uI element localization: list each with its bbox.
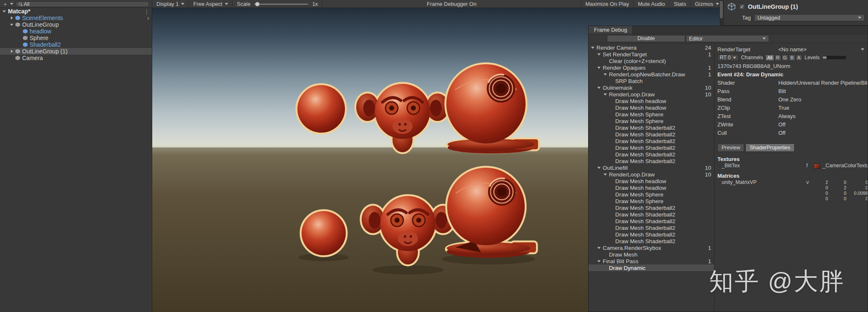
tab-preview[interactable]: Preview (717, 143, 744, 152)
frame-event-row[interactable]: Draw Mesh Shaderball2 (589, 138, 714, 144)
frame-event-row[interactable]: Draw Mesh Sphere (589, 198, 714, 204)
frame-event-row[interactable]: Render Camera24 (589, 44, 714, 51)
hierarchy-item[interactable]: OutLineGroup (1) (0, 48, 152, 55)
frame-event-row[interactable]: Draw Mesh Shaderball2 (589, 158, 714, 164)
frame-event-row[interactable]: Draw Mesh (589, 251, 714, 258)
frame-event-row[interactable]: Draw Mesh Shaderball2 (589, 204, 714, 211)
buffer-info-row: 1370x743 R8G8B8A8_UNorm (715, 62, 868, 70)
foldout-down-icon[interactable] (590, 44, 596, 51)
frame-event-row[interactable]: OutLinefill10 (589, 164, 714, 171)
frame-event-row[interactable]: Draw Mesh headlow (589, 104, 714, 111)
frame-event-row[interactable]: Final Blit Pass1 (589, 258, 714, 264)
channel-buttons: AllRGBA (765, 55, 802, 61)
frame-event-row[interactable]: Render Opaques1 (589, 64, 714, 71)
frame-event-row[interactable]: Camera.RenderSkybox1 (589, 244, 714, 251)
frame-event-row[interactable]: Draw Mesh Shaderball2 (589, 238, 714, 244)
kebab-menu-icon[interactable]: ⋮ (144, 8, 149, 15)
scrollbar-thumb[interactable] (720, 1, 723, 18)
foldout-spacer (609, 151, 615, 158)
frame-event-row[interactable]: Draw Mesh Shaderball2 (589, 144, 714, 151)
frame-event-row[interactable]: Draw Mesh Shaderball2 (589, 211, 714, 218)
foldout-right-icon[interactable] (9, 48, 15, 55)
hierarchy-item[interactable]: SceneElements› (0, 15, 152, 21)
frame-event-row[interactable]: Draw Mesh Shaderball2 (589, 224, 714, 231)
hierarchy-item[interactable]: OutLineGroup (0, 21, 152, 28)
foldout-down-icon[interactable] (596, 258, 603, 264)
foldout-down-icon[interactable] (603, 71, 609, 78)
inspector-scrollbar[interactable] (720, 0, 723, 25)
prefab-open-chevron-icon[interactable]: › (147, 15, 149, 20)
frame-debugger-toggle[interactable]: Frame Debugger On (423, 0, 481, 8)
frame-event-row[interactable]: Draw Mesh headlow (589, 184, 714, 191)
channel-button-all[interactable]: All (765, 55, 774, 61)
channel-button-r[interactable]: R (775, 55, 781, 61)
channel-button-b[interactable]: B (789, 55, 795, 61)
frame-event-row[interactable]: Draw Mesh Sphere (589, 111, 714, 118)
foldout-down-icon[interactable] (596, 84, 603, 91)
foldout-down-icon[interactable] (596, 164, 603, 171)
frame-event-row[interactable]: RenderLoop.Draw10 (589, 171, 714, 178)
mute-audio-button[interactable]: Mute Audio (633, 0, 669, 8)
mute-audio-label: Mute Audio (638, 1, 665, 7)
tab-shaderproperties[interactable]: ShaderProperties (745, 143, 794, 152)
frame-event-row[interactable]: Clear (color+Z+stencil) (589, 58, 714, 64)
foldout-spacer (609, 231, 615, 238)
frame-event-row[interactable]: Draw Mesh Sphere (589, 191, 714, 198)
frame-debug-titlebar[interactable]: Frame Debug (589, 26, 868, 34)
active-checkbox[interactable]: ✓ (739, 4, 745, 10)
rt-dropdown-label: RT 0 (720, 55, 731, 60)
frame-event-row[interactable]: Draw Mesh Shaderball2 (589, 124, 714, 131)
frame-event-row[interactable]: Draw Dynamic (589, 264, 714, 271)
hierarchy-item[interactable]: Shaderball2 (0, 41, 152, 48)
chevron-down-icon[interactable] (861, 48, 864, 50)
levels-label: Levels (805, 55, 820, 60)
hierarchy-item-label: Camera (22, 55, 43, 61)
channel-button-a[interactable]: A (796, 55, 802, 61)
foldout-down-icon[interactable] (596, 64, 603, 71)
frame-event-row[interactable]: Draw Mesh headlow (589, 98, 714, 104)
foldout-down-icon[interactable] (603, 91, 609, 98)
frame-event-row[interactable]: Draw Mesh headlow (589, 178, 714, 184)
property-row: PassBlit (715, 87, 868, 95)
hierarchy-item[interactable]: Matcap*⋮ (0, 8, 152, 15)
frame-event-label: Draw Mesh headlow (615, 98, 666, 104)
frame-event-row[interactable]: Set RenderTarget1 (589, 51, 714, 58)
hierarchy-item[interactable]: Sphere (0, 35, 152, 41)
rt-dropdown[interactable]: RT 0 (717, 54, 739, 61)
foldout-spacer (609, 178, 615, 184)
hierarchy-item[interactable]: headlow (0, 28, 152, 35)
aspect-dropdown[interactable]: Free Aspect (189, 0, 232, 8)
frame-event-row[interactable]: Draw Mesh Shaderball2 (589, 131, 714, 138)
stats-button[interactable]: Stats (669, 0, 690, 8)
create-plus-icon[interactable]: ＋ (3, 1, 8, 7)
scale-slider[interactable] (254, 4, 308, 5)
frame-event-row[interactable]: Oulinemask10 (589, 84, 714, 91)
frame-debug-tab[interactable]: Frame Debug (589, 26, 633, 34)
levels-slider[interactable] (822, 56, 846, 59)
frame-event-row[interactable]: RenderLoop.Draw10 (589, 91, 714, 98)
frame-event-row[interactable]: Draw Mesh Shaderball2 (589, 231, 714, 238)
foldout-down-icon[interactable] (596, 51, 603, 58)
maximize-on-play-button[interactable]: Maximize On Play (581, 0, 634, 8)
frame-event-row[interactable]: Draw Mesh Sphere (589, 118, 714, 124)
levels-slider-knob[interactable] (823, 56, 827, 59)
frame-event-row[interactable]: Draw Mesh Shaderball2 (589, 151, 714, 158)
frame-event-row[interactable]: RenderLoopNewBatcher.Draw1 (589, 71, 714, 78)
foldout-down-icon[interactable] (2, 8, 8, 15)
display-dropdown[interactable]: Display 1 (152, 0, 189, 8)
disable-button[interactable]: Disable (607, 35, 685, 42)
editor-dropdown[interactable]: Editor (686, 35, 769, 42)
tag-dropdown[interactable]: Untagged (754, 14, 865, 21)
hierarchy-item[interactable]: Camera (0, 55, 152, 61)
hierarchy-search-input[interactable]: All (15, 1, 149, 7)
channel-button-g[interactable]: G (782, 55, 789, 61)
frame-event-row[interactable]: Draw Mesh Shaderball2 (589, 218, 714, 224)
foldout-right-icon[interactable] (9, 15, 15, 21)
scale-slider-knob[interactable] (255, 2, 259, 6)
create-caret-icon[interactable] (10, 3, 13, 5)
foldout-down-icon[interactable] (596, 244, 603, 251)
foldout-down-icon[interactable] (9, 21, 15, 28)
frame-event-row[interactable]: SRP Batch (589, 78, 714, 84)
foldout-down-icon[interactable] (603, 171, 609, 178)
gizmos-dropdown[interactable]: Gizmos (690, 0, 723, 8)
